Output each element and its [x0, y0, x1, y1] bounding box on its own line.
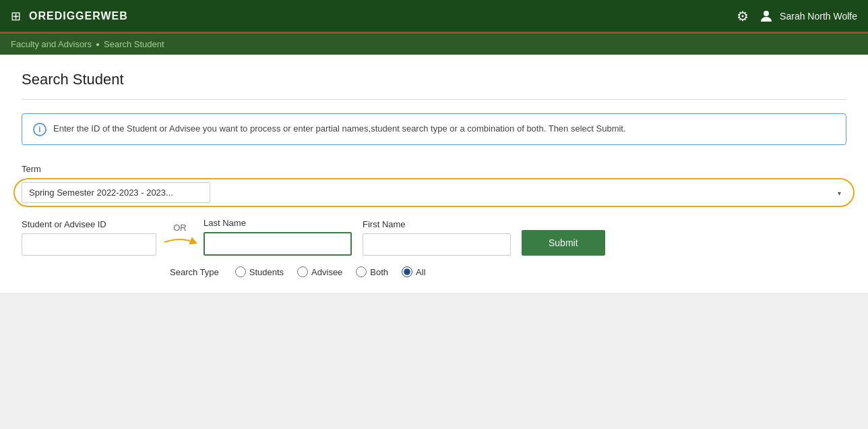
or-arrow: OR — [156, 223, 204, 256]
lower-section — [0, 293, 868, 374]
id-label: Student or Advisee ID — [22, 219, 156, 229]
radio-students[interactable]: Students — [235, 266, 284, 277]
breadcrumb-current: Search Student — [104, 39, 164, 49]
fields-row: Student or Advisee ID OR Last Name — [22, 218, 846, 256]
firstname-label: First Name — [363, 219, 511, 229]
radio-advisee-label: Advisee — [311, 267, 342, 277]
chevron-down-icon: ▾ — [838, 189, 841, 196]
radio-both[interactable]: Both — [356, 266, 388, 277]
radio-advisee[interactable]: Advisee — [297, 266, 342, 277]
main-content: Search Student i Enter the ID of the Stu… — [0, 55, 868, 293]
header-right: ⚙ Sarah North Wolfe — [737, 8, 857, 24]
lastname-field-group: Last Name — [204, 218, 352, 256]
lastname-label: Last Name — [204, 218, 352, 228]
info-box: i Enter the ID of the Student or Advisee… — [22, 113, 846, 145]
or-text: OR — [173, 223, 187, 233]
submit-button[interactable]: Submit — [522, 230, 605, 256]
radio-advisee-input[interactable] — [297, 266, 308, 277]
grid-icon[interactable]: ⊞ — [11, 9, 21, 24]
info-icon: i — [33, 123, 46, 136]
lastname-input[interactable] — [204, 232, 352, 256]
radio-both-input[interactable] — [356, 266, 367, 277]
radio-all[interactable]: All — [402, 266, 425, 277]
term-field-group: Term Spring Semester 2022-2023 - 2023...… — [22, 164, 846, 203]
term-select[interactable]: Spring Semester 2022-2023 - 2023... — [22, 182, 210, 203]
info-text: Enter the ID of the Student or Advisee y… — [53, 122, 626, 136]
form-section: Term Spring Semester 2022-2023 - 2023...… — [22, 164, 846, 277]
header-left: ⊞ OREDIGGERWEB — [11, 9, 128, 24]
header-user: Sarah North Wolfe — [758, 8, 857, 24]
search-type-row: Search Type Students Advisee Both All — [170, 266, 846, 277]
user-name: Sarah North Wolfe — [780, 11, 857, 22]
radio-students-input[interactable] — [235, 266, 246, 277]
breadcrumb-faculty-link[interactable]: Faculty and Advisors — [11, 39, 92, 49]
app-title: OREDIGGERWEB — [29, 10, 128, 22]
radio-students-label: Students — [249, 267, 284, 277]
id-field-group: Student or Advisee ID — [22, 219, 156, 256]
user-icon — [758, 8, 774, 24]
breadcrumb: Faculty and Advisors ● Search Student — [0, 34, 868, 55]
radio-all-label: All — [416, 267, 425, 277]
radio-both-label: Both — [370, 267, 388, 277]
radio-all-input[interactable] — [402, 266, 412, 277]
id-input[interactable] — [22, 233, 156, 256]
app-header: ⊞ OREDIGGERWEB ⚙ Sarah North Wolfe — [0, 0, 868, 34]
arrow-icon — [163, 235, 197, 249]
breadcrumb-separator: ● — [96, 40, 100, 48]
firstname-field-group: First Name — [363, 219, 511, 256]
term-select-wrapper: Spring Semester 2022-2023 - 2023... ▾ — [22, 182, 846, 203]
gear-icon[interactable]: ⚙ — [737, 8, 749, 24]
search-type-label: Search Type — [170, 267, 219, 277]
svg-point-0 — [764, 11, 769, 16]
firstname-input[interactable] — [363, 233, 511, 256]
page-title: Search Student — [22, 71, 846, 100]
term-label: Term — [22, 164, 846, 174]
